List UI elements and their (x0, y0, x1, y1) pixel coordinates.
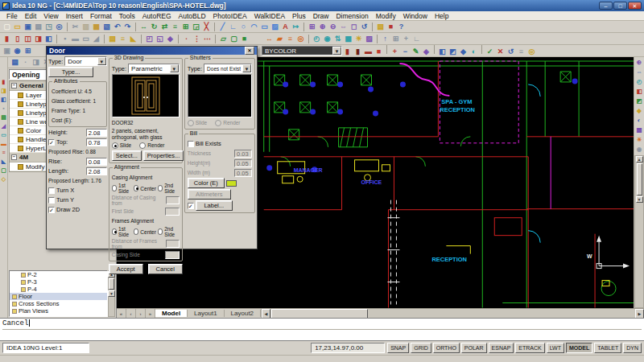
menu-plus[interactable]: Plus (289, 12, 309, 20)
casing-2nd-side-radio[interactable] (158, 185, 163, 191)
scroll-thumb[interactable] (271, 309, 368, 319)
arc-icon[interactable]: ◠ (249, 22, 259, 32)
iso-view-tool-icon[interactable]: ◆ (635, 107, 643, 115)
tree-item-p-3[interactable]: P-3 (10, 278, 107, 286)
window-tool-icon[interactable]: ◧ (0, 96, 7, 103)
subtract-icon[interactable]: − (400, 47, 411, 57)
rail-tool-icon[interactable]: ≡ (0, 149, 7, 156)
door-tool-icon[interactable]: ◨ (0, 87, 7, 94)
scroll-thumb[interactable] (637, 163, 642, 195)
view-iso-icon[interactable]: ◆ (458, 47, 469, 57)
open-icon[interactable]: ▭ (12, 22, 23, 32)
select-icon[interactable]: ✓ (485, 47, 495, 57)
area-icon[interactable]: ▰ (275, 34, 285, 44)
toggle-lwt[interactable]: LWT (547, 343, 564, 353)
add-icon[interactable]: + (390, 47, 400, 57)
north-icon[interactable]: ↑ (380, 34, 390, 44)
front-view-tool-icon[interactable]: ◧ (635, 88, 643, 96)
tab-last-icon[interactable]: » (146, 309, 155, 319)
view-front-icon[interactable]: ◧ (437, 47, 448, 57)
slide-radio[interactable] (112, 142, 118, 149)
railing-icon[interactable]: ≡ (118, 34, 128, 44)
slab-icon[interactable]: ▭ (80, 34, 91, 44)
color-combo[interactable]: BYCOLOR ▼ (262, 46, 342, 56)
label-button[interactable]: Label... (196, 200, 233, 211)
text-icon[interactable]: A (280, 22, 291, 32)
ramp-tool-icon[interactable]: ◣ (0, 158, 7, 165)
toggle-grid[interactable]: GRID (411, 343, 431, 353)
wall-double-icon[interactable]: ▯ (12, 34, 23, 44)
tree-item-floor[interactable]: Floor (10, 293, 107, 300)
column-tool-icon[interactable]: ▪ (0, 105, 7, 112)
dialog-close-icon[interactable]: ✕ (245, 47, 254, 55)
rise-field[interactable]: 0.08 (86, 158, 107, 166)
tab-first-icon[interactable]: « (117, 309, 126, 319)
menu-help[interactable]: Help (431, 12, 452, 20)
regen-icon[interactable]: ↺ (359, 22, 369, 32)
zoom-in-icon[interactable]: ⊕ (317, 22, 328, 32)
scroll-right-icon[interactable]: ▶ (635, 309, 644, 319)
ramp-icon[interactable]: ◣ (128, 34, 138, 44)
distance-icon[interactable]: ↔ (264, 34, 275, 44)
top-field[interactable]: 0.78 (86, 138, 107, 146)
render-tool-icon[interactable]: ▩ (635, 126, 643, 134)
menu-insert[interactable]: Insert (63, 12, 86, 20)
column-icon[interactable]: ▪ (60, 34, 70, 44)
light-icon[interactable]: ☀ (353, 34, 364, 44)
dimension-icon[interactable]: ↦ (291, 22, 301, 32)
inquiry-icon[interactable]: ◉ (12, 46, 23, 56)
shade-icon[interactable]: ◐ (469, 47, 479, 57)
frames-2nd-side-radio[interactable] (158, 228, 163, 235)
cancel-button[interactable]: Cancel (148, 264, 183, 274)
tree-scrollbar[interactable]: ▲ ▼ (108, 270, 115, 317)
offset-icon[interactable]: ≡ (170, 22, 180, 32)
tab-prev-icon[interactable]: ‹ (126, 309, 136, 319)
divide-icon[interactable]: ⋮ (192, 34, 202, 44)
copy-object-icon[interactable]: ◈ (421, 47, 431, 57)
beam-red-icon[interactable]: ▬ (363, 47, 374, 57)
edit-icon[interactable]: ✎ (411, 47, 421, 57)
space-tool-icon[interactable]: ▢ (0, 167, 7, 174)
scroll-down-icon[interactable]: ▼ (108, 290, 115, 297)
scroll-left-icon[interactable]: ◀ (262, 309, 270, 319)
paste-icon[interactable]: ▦ (91, 22, 101, 32)
trim-icon[interactable]: ╳ (201, 22, 212, 32)
properties-button[interactable]: Properties... (143, 150, 184, 161)
palette-props-icon[interactable]: ▤ (10, 57, 20, 68)
cut-icon[interactable]: ✂ (70, 22, 80, 32)
redo-icon[interactable]: ↷ (122, 22, 133, 32)
tab-layout1[interactable]: Layout1 (188, 310, 224, 317)
print-preview-icon[interactable]: ◳ (43, 22, 54, 32)
help-icon[interactable]: ? (396, 22, 407, 32)
toggle-polar[interactable]: POLAR (461, 343, 487, 353)
panel-red-icon[interactable]: ■ (374, 47, 384, 57)
layers-icon[interactable]: ▤ (375, 22, 386, 32)
menu-window[interactable]: Window (400, 12, 431, 20)
command-window[interactable]: Cancel (0, 318, 644, 341)
menu-dimension[interactable]: Dimension (332, 12, 371, 20)
grid-icon[interactable]: ⊞ (390, 34, 401, 44)
orbit-3d-icon[interactable]: ◴ (312, 34, 322, 44)
tree-item-p-4[interactable]: P-4 (10, 286, 107, 293)
materials-icon[interactable]: ▨ (364, 34, 374, 44)
render-icon[interactable]: ▩ (343, 34, 353, 44)
menu-modify[interactable]: Modify (373, 12, 399, 20)
turn-y-checkbox[interactable] (48, 197, 55, 204)
shutters-type-combo[interactable]: Does not Exist ▼ (204, 64, 252, 73)
wall-icon[interactable]: ▮ (2, 34, 12, 44)
roof-tool-icon[interactable]: ◢ (0, 122, 7, 130)
label-checkbox[interactable] (188, 203, 194, 209)
line-icon[interactable]: ╱ (217, 22, 228, 32)
height-field[interactable]: 2.08 (86, 129, 107, 137)
orbit-tool-icon[interactable]: ◴ (635, 78, 643, 86)
color-control-icon[interactable]: ■ (386, 22, 396, 32)
collapse-icon[interactable]: − (11, 83, 17, 88)
draw-2d-checkbox[interactable] (48, 207, 55, 213)
bill-exists-checkbox[interactable] (188, 141, 194, 147)
toggle-etrack[interactable]: ETRACK (515, 343, 544, 353)
tree-item-cross-sections[interactable]: Cross Sections (10, 300, 107, 307)
wall-tool-icon[interactable]: ▮ (0, 78, 7, 85)
shade-tool-icon[interactable]: ◐ (635, 117, 643, 125)
toggle-snap[interactable]: SNAP (387, 343, 409, 353)
menu-view[interactable]: View (40, 12, 61, 20)
